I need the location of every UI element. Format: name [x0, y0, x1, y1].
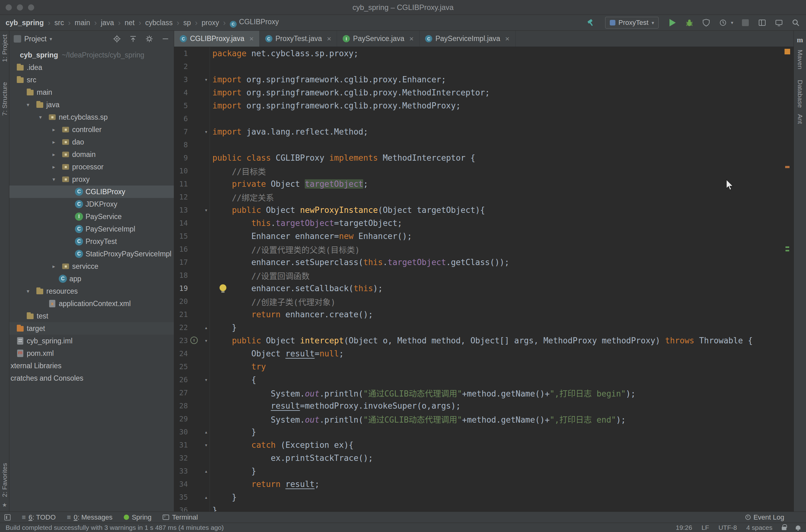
close-icon[interactable]: × — [409, 35, 414, 43]
code-line-16[interactable]: 16 //设置代理类的父类(目标类) — [174, 243, 793, 256]
profiler-button[interactable] — [718, 18, 728, 27]
tree-item-dao[interactable]: ▸dao — [9, 136, 174, 148]
code-line-28[interactable]: 28 result=methodProxy.invokeSuper(o,args… — [174, 399, 793, 412]
code-line-26[interactable]: 26▾ { — [174, 373, 793, 386]
tree-item-applicationContext.xml[interactable]: applicationContext.xml — [9, 298, 174, 310]
fold-close-icon[interactable]: ▴ — [205, 494, 208, 500]
tree-item-PayService[interactable]: PayService — [9, 210, 174, 223]
layout-grid-icon[interactable] — [757, 18, 767, 27]
toolwindow-button-terminal[interactable]: Terminal — [163, 513, 198, 521]
fold-close-icon[interactable]: ▴ — [205, 468, 208, 474]
breadcrumb-item-proxy[interactable]: proxy — [202, 19, 219, 27]
coverage-button[interactable] — [701, 18, 711, 27]
code-line-25[interactable]: 25 try — [174, 360, 793, 373]
tree-item-java[interactable]: ▾java — [9, 98, 174, 111]
search-everywhere-icon[interactable] — [791, 18, 801, 27]
code-line-11[interactable]: 11 private Object targetObject; — [174, 177, 793, 190]
stripe-mark-warning[interactable] — [785, 166, 789, 168]
code-line-31[interactable]: 31▾ catch (Exception ex){ — [174, 438, 793, 452]
code-line-35[interactable]: 35▴ } — [174, 491, 793, 504]
toolwindow-button-structure[interactable]: 7: Structure — [1, 82, 8, 116]
tree-item-StaticProxyPayServiceImpl[interactable]: StaticProxyPayServiceImpl — [9, 248, 174, 260]
tree-item-target[interactable]: target — [9, 322, 174, 335]
tree-item-app[interactable]: app — [9, 272, 174, 285]
editor-tab-PayServiceImpl.java[interactable]: PayServiceImpl.java× — [420, 31, 515, 46]
caret-position-widget[interactable]: 19:26 — [676, 524, 692, 531]
chevron-expanded-icon[interactable]: ▾ — [50, 176, 57, 183]
tree-item-main[interactable]: main — [9, 86, 174, 98]
toolwindow-button-6-todo[interactable]: ≡6: TODO — [22, 513, 56, 521]
code-line-20[interactable]: 20 //创建子类(代理对象) — [174, 295, 793, 308]
code-line-15[interactable]: 15 Enhancer enhancer=new Enhancer(); — [174, 230, 793, 243]
code-line-34[interactable]: 34 return result; — [174, 478, 793, 491]
fold-open-icon[interactable]: ▾ — [205, 338, 208, 344]
close-icon[interactable]: × — [505, 35, 510, 43]
run-button[interactable] — [668, 18, 677, 27]
code-line-27[interactable]: 27 System.out.println("通过CGLIB动态代理调用"+me… — [174, 386, 793, 399]
notifications-bell-icon[interactable] — [796, 526, 801, 530]
code-line-30[interactable]: 30▴ } — [174, 425, 793, 438]
fold-close-icon[interactable]: ▴ — [205, 324, 208, 331]
chevron-down-icon[interactable]: ▾ — [50, 36, 52, 42]
encoding-widget[interactable]: UTF-8 — [718, 524, 737, 531]
chevron-collapsed-icon[interactable]: ▸ — [50, 151, 57, 158]
editor-tab-CGLIBProxy.java[interactable]: CGLIBProxy.java× — [174, 31, 260, 46]
code-line-17[interactable]: 17 enhancer.setSuperclass(this.targetObj… — [174, 256, 793, 269]
toolwindow-button-spring[interactable]: Spring — [124, 513, 152, 521]
close-icon[interactable]: × — [250, 35, 254, 43]
indent-widget[interactable]: 4 spaces — [746, 524, 772, 531]
chevron-collapsed-icon[interactable]: ▸ — [50, 164, 57, 170]
tree-item-servicce[interactable]: ▸servicce — [9, 260, 174, 272]
chevron-collapsed-icon[interactable]: ▸ — [50, 127, 57, 133]
breadcrumb-item-cyb_spring[interactable]: cyb_spring — [5, 19, 44, 27]
code-line-9[interactable]: 9public class CGLIBProxy implements Meth… — [174, 151, 793, 165]
breadcrumb-item-net[interactable]: net — [125, 19, 135, 27]
chevron-down-icon[interactable]: ▾ — [731, 20, 733, 25]
stripe-mark-ok-1[interactable] — [786, 246, 789, 248]
tree-item-ProxyTest[interactable]: ProxyTest — [9, 235, 174, 248]
monitor-icon[interactable] — [774, 18, 784, 27]
code-editor[interactable]: 1package net.cybclass.sp.proxy;23▾import… — [174, 47, 793, 512]
tree-item-.idea[interactable]: .idea — [9, 61, 174, 74]
code-line-4[interactable]: 4import org.springframework.cglib.proxy.… — [174, 86, 793, 99]
project-panel-title[interactable]: Project — [24, 35, 47, 43]
close-icon[interactable]: × — [327, 35, 331, 43]
breadcrumb-item-java[interactable]: java — [101, 19, 114, 27]
tree-item-CGLIBProxy[interactable]: CGLIBProxy — [9, 186, 174, 198]
toolwindow-button-0-messages[interactable]: ≡0: Messages — [67, 513, 113, 521]
fold-open-icon[interactable]: ▾ — [205, 76, 208, 83]
fold-open-icon[interactable]: ▾ — [205, 442, 208, 448]
tree-item-domain[interactable]: ▸domain — [9, 148, 174, 161]
toolwindow-button-maven[interactable]: Maven — [796, 50, 804, 69]
tree-item-test[interactable]: test — [9, 310, 174, 322]
breadcrumb-item-cybclass[interactable]: cybclass — [145, 19, 172, 27]
toolwindow-button-favorites[interactable]: 2: Favorites — [1, 463, 8, 497]
toolwindow-button-ant[interactable]: Ant — [796, 114, 804, 124]
editor-tab-ProxyTest.java[interactable]: ProxyTest.java× — [260, 31, 337, 46]
code-line-3[interactable]: 3▾import org.springframework.cglib.proxy… — [174, 73, 793, 86]
fold-open-icon[interactable]: ▾ — [205, 129, 208, 135]
tree-item-resources[interactable]: ▾resources — [9, 285, 174, 298]
fold-close-icon[interactable]: ▴ — [205, 429, 208, 435]
intention-bulb-icon[interactable] — [220, 284, 226, 291]
line-ending-widget[interactable]: LF — [701, 524, 709, 531]
zoom-window-button[interactable] — [28, 4, 34, 11]
code-line-12[interactable]: 12 //绑定关系 — [174, 190, 793, 204]
override-marker-icon[interactable]: ↑ — [190, 337, 198, 344]
breadcrumb-item-src[interactable]: src — [54, 19, 64, 27]
run-config-selector[interactable]: ProxyTest ▾ — [605, 17, 659, 28]
code-line-33[interactable]: 33▴ } — [174, 464, 793, 478]
toolwindow-button-event-log[interactable]: Event Log — [745, 513, 784, 521]
code-line-36[interactable]: 36} — [174, 504, 793, 512]
code-line-2[interactable]: 2 — [174, 60, 793, 73]
stripe-mark-ok-2[interactable] — [786, 250, 789, 251]
code-line-1[interactable]: 1package net.cybclass.sp.proxy; — [174, 47, 793, 60]
code-line-10[interactable]: 10 //目标类 — [174, 165, 793, 177]
tree-item-net.cybclass.sp[interactable]: ▾net.cybclass.sp — [9, 111, 174, 124]
code-line-8[interactable]: 8 — [174, 138, 793, 151]
fold-open-icon[interactable]: ▾ — [205, 207, 208, 213]
code-line-18[interactable]: 18 //设置回调函数 — [174, 269, 793, 282]
tree-item-src[interactable]: src — [9, 74, 174, 86]
chevron-expanded-icon[interactable]: ▾ — [24, 288, 32, 294]
toolwindow-button-database[interactable]: Database — [796, 80, 804, 108]
